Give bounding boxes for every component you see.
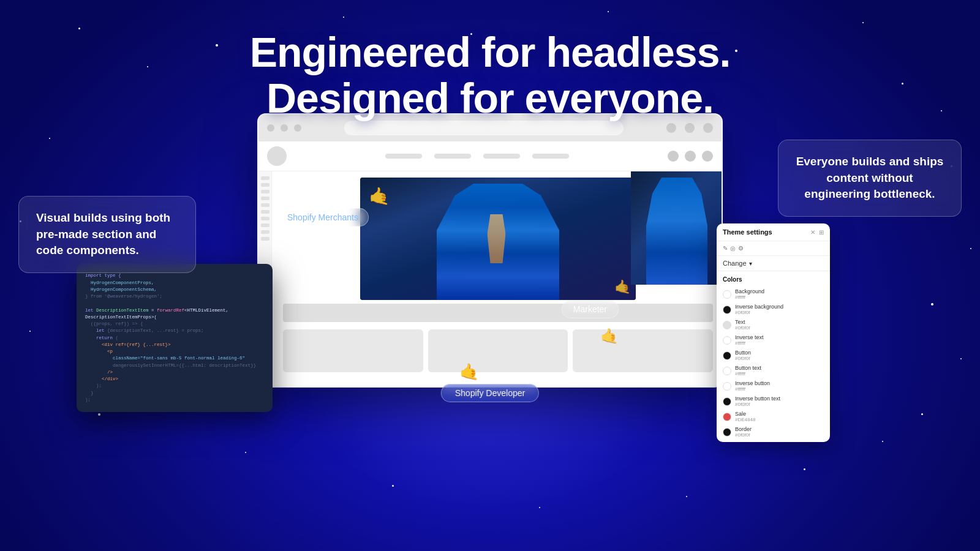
theme-panel-close-icon: ✕ bbox=[810, 229, 815, 236]
color-info-inverse-bg: Inverse background #0f0f0f bbox=[735, 304, 783, 315]
store-content: 🤙 🤙 bbox=[258, 171, 722, 377]
product-card bbox=[573, 329, 713, 372]
store-nav-item bbox=[385, 154, 422, 159]
hero-product-image: 🤙 🤙 bbox=[360, 178, 636, 300]
color-row-background: Background #ffffff bbox=[723, 287, 824, 302]
color-info-inverse-button-text: Inverse button text #0f0f0f bbox=[735, 395, 780, 407]
heading-line2: Designed for everyone. bbox=[266, 75, 714, 121]
color-swatch-inverse-bg bbox=[723, 305, 731, 314]
browser-url-bar bbox=[344, 121, 624, 135]
star bbox=[882, 441, 883, 442]
star bbox=[29, 331, 31, 332]
color-info-text: Text #0f0f0f bbox=[735, 319, 750, 331]
color-value-border: #0f0f0f bbox=[735, 432, 752, 438]
color-info-button: Button #0f0f0f bbox=[735, 350, 751, 361]
code-line: ); bbox=[85, 383, 264, 389]
theme-panel-gear-icon: ⚙ bbox=[738, 245, 744, 252]
star bbox=[960, 358, 962, 359]
sidebar-line bbox=[261, 237, 270, 241]
code-line: return ( bbox=[85, 335, 264, 342]
sidebar-line bbox=[261, 223, 270, 227]
store-icon-account bbox=[685, 151, 696, 162]
callout-left: Visual builds using both pre-made sectio… bbox=[18, 196, 196, 273]
store-product-grid bbox=[274, 324, 722, 377]
color-row-text: Text #0f0f0f bbox=[723, 317, 824, 332]
tag-developer: Shopify Developer bbox=[441, 384, 539, 402]
color-row-button: Button #0f0f0f bbox=[723, 348, 824, 363]
color-label-button: Button bbox=[735, 350, 751, 356]
sidebar-line bbox=[261, 203, 270, 207]
tag-marketer-label: Marketer bbox=[573, 304, 607, 314]
color-row-border: Border #0f0f0f bbox=[723, 424, 824, 440]
color-label-inverse-bg: Inverse background bbox=[735, 304, 783, 310]
color-value-inverse-text: #ffffff bbox=[735, 340, 764, 346]
sidebar-line bbox=[261, 176, 270, 180]
theme-panel-header-icons: ✕ ⊞ bbox=[810, 229, 824, 236]
tag-merchants-label: Shopify Merchants bbox=[287, 212, 358, 222]
hero-hand-icon: 🤙 bbox=[614, 279, 631, 295]
color-value-button-text: #ffffff bbox=[735, 371, 761, 377]
browser-frame: 🤙 🤙 bbox=[257, 113, 723, 388]
theme-panel-change-row[interactable]: Change ▾ bbox=[717, 256, 830, 271]
color-row-button-text: Button text #ffffff bbox=[723, 363, 824, 378]
color-swatch-inverse-text bbox=[723, 336, 731, 345]
color-info-background: Background #ffffff bbox=[735, 288, 764, 300]
browser-icon-1 bbox=[666, 123, 676, 133]
color-info-inverse-text: Inverse text #ffffff bbox=[735, 334, 764, 346]
theme-panel-circle-icon: ◎ bbox=[730, 245, 736, 252]
browser-icon-2 bbox=[685, 123, 695, 133]
star bbox=[970, 248, 971, 249]
heading-line1: Engineered for headless. bbox=[250, 29, 731, 75]
theme-panel-colors-section: Colors Background #ffffff Inverse backgr… bbox=[717, 271, 830, 442]
color-info-sale: Sale #DE4848 bbox=[735, 411, 755, 422]
color-label-sale: Sale bbox=[735, 411, 755, 417]
store-icon-search bbox=[668, 151, 679, 162]
browser-dot-red bbox=[267, 124, 274, 132]
tag-developer-label: Shopify Developer bbox=[455, 388, 525, 398]
color-swatch-text bbox=[723, 321, 731, 329]
sidebar-line bbox=[261, 210, 270, 214]
code-line: import type { bbox=[85, 272, 264, 279]
browser-icon-3 bbox=[703, 123, 713, 133]
star bbox=[343, 17, 344, 18]
theme-panel-change-label: Change bbox=[723, 260, 747, 267]
color-info-inverse-button: Inverse button #ffffff bbox=[735, 380, 770, 392]
store-nav-icons bbox=[668, 151, 713, 162]
code-line: ({props, ref}) => { bbox=[85, 321, 264, 328]
color-value-sale: #DE4848 bbox=[735, 417, 755, 422]
store-nav-item bbox=[483, 154, 520, 159]
store-logo bbox=[267, 146, 287, 166]
product-card bbox=[428, 329, 568, 372]
color-label-inverse-button: Inverse button bbox=[735, 380, 770, 386]
developer-hand-icon: 🤙 bbox=[459, 362, 479, 381]
sidebar-line bbox=[261, 183, 270, 187]
color-row-inverse-bg: Inverse background #0f0f0f bbox=[723, 302, 824, 317]
star bbox=[245, 452, 246, 453]
code-line: ); bbox=[85, 397, 264, 403]
color-swatch-sale bbox=[723, 413, 731, 421]
page-heading: Engineered for headless. Designed for ev… bbox=[0, 29, 980, 121]
browser-mockup: 🤙 🤙 bbox=[257, 113, 723, 388]
callout-right-text: Everyone builds and ships content withou… bbox=[796, 155, 944, 200]
color-label-text: Text bbox=[735, 319, 750, 325]
code-line: let DescriptionTextItem = forwardRef<HTM… bbox=[85, 307, 264, 321]
code-line: <div ref={ref} {...rest}> bbox=[85, 342, 264, 348]
star bbox=[931, 303, 933, 305]
color-value-inverse-button-text: #0f0f0f bbox=[735, 402, 780, 407]
code-line: /> bbox=[85, 369, 264, 376]
color-value-background: #ffffff bbox=[735, 294, 764, 300]
color-swatch-button bbox=[723, 351, 731, 360]
tag-marketer: Marketer bbox=[562, 300, 619, 318]
code-line: HydrogenComponentSchema, bbox=[85, 287, 264, 293]
color-row-inverse-button: Inverse button #ffffff bbox=[723, 378, 824, 394]
browser-dot-green bbox=[294, 124, 301, 132]
theme-panel-header: Theme settings ✕ ⊞ bbox=[717, 223, 830, 241]
code-line: className="font-sans mb-5 font-normal le… bbox=[85, 355, 264, 362]
code-line: HydrogenComponentProps, bbox=[85, 280, 264, 287]
marketer-hand-icon: 🤙 bbox=[600, 328, 619, 345]
color-swatch-border bbox=[723, 428, 731, 437]
code-line: let {descriptionText, ...rest} = props; bbox=[85, 328, 264, 334]
store-header bbox=[258, 141, 722, 171]
color-label-inverse-button-text: Inverse button text bbox=[735, 395, 780, 402]
sidebar-line bbox=[261, 190, 270, 193]
